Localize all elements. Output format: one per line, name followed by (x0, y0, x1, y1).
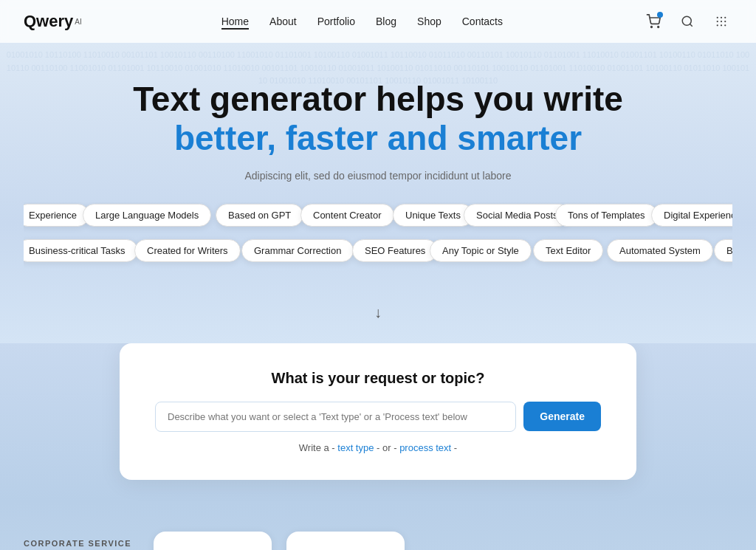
svg-point-6 (724, 17, 726, 18)
tag-tons-of-templates[interactable]: Tons of Templates (555, 204, 658, 227)
svg-point-9 (724, 21, 726, 22)
scroll-arrow[interactable]: ↓ (24, 291, 732, 329)
svg-point-8 (721, 21, 722, 22)
tag-social-media[interactable]: Social Media Posts (464, 204, 571, 227)
request-input[interactable] (155, 402, 516, 432)
tag-created-writers[interactable]: Created for Writers (134, 239, 241, 262)
cart-badge (657, 12, 663, 18)
tag-experience[interactable]: Experience (24, 204, 89, 227)
input-row: Generate (155, 402, 601, 432)
tag-content-creator[interactable]: Content Creator (300, 204, 394, 227)
request-hint: Write a - text type - or - process text … (155, 442, 601, 453)
tag-digital-experience[interactable]: Digital Experience (651, 204, 732, 227)
nav-link-blog[interactable]: Blog (376, 16, 396, 27)
hero-subtext: Adipiscing elit, sed do eiusmod tempor i… (24, 170, 732, 182)
svg-point-10 (717, 24, 718, 26)
text-type-link[interactable]: text type (337, 442, 374, 453)
svg-point-0 (651, 27, 653, 28)
navbar: QweryAI Home About Portfolio Blog Shop C… (0, 0, 756, 43)
generate-button[interactable]: Generate (523, 402, 601, 431)
svg-point-2 (682, 16, 691, 25)
tags-container: Experience Large Language Models Based o… (24, 202, 732, 291)
nav-icons (642, 10, 732, 32)
tag-business-critical[interactable]: Business-critical Tasks (24, 239, 138, 262)
svg-point-7 (717, 21, 718, 22)
nav-link-shop[interactable]: Shop (417, 16, 441, 27)
nav-link-about[interactable]: About (269, 16, 297, 27)
service-card-1[interactable] (154, 532, 272, 550)
process-text-link[interactable]: process text (399, 442, 451, 453)
nav-link-portfolio[interactable]: Portfolio (317, 16, 355, 27)
request-card: What is your request or topic? Generate … (120, 343, 636, 480)
hero-headline: Text generator helps you write better, f… (24, 80, 732, 158)
hero-section: 01001010 10110100 11010010 00101101 1001… (0, 43, 756, 343)
svg-point-5 (721, 17, 722, 18)
tag-automated[interactable]: Automated System (607, 239, 713, 262)
search-button[interactable] (676, 10, 698, 32)
cart-button[interactable] (642, 10, 664, 32)
bottom-section: CORPORATE SERVICE (0, 502, 756, 550)
svg-point-4 (717, 17, 718, 18)
tag-seo[interactable]: SEO Features (352, 239, 438, 262)
tag-any-topic[interactable]: Any Topic or Style (430, 239, 532, 262)
tag-text-editor[interactable]: Text Editor (533, 239, 603, 262)
request-title: What is your request or topic? (155, 370, 601, 387)
service-cards: Modern (154, 532, 405, 550)
nav-links: Home About Portfolio Blog Shop Contacts (221, 15, 503, 28)
tag-biz-tasks2[interactable]: Business-critical Tasks (714, 239, 732, 262)
logo[interactable]: QweryAI (24, 12, 82, 31)
tag-based-on-gpt[interactable]: Based on GPT (216, 204, 303, 227)
nav-link-home[interactable]: Home (221, 16, 249, 27)
corporate-label: CORPORATE SERVICE (24, 539, 131, 548)
service-card-2[interactable]: Modern (286, 532, 405, 550)
menu-grid-button[interactable] (710, 10, 732, 32)
svg-line-3 (690, 24, 692, 26)
svg-point-1 (658, 27, 659, 28)
request-section: What is your request or topic? Generate … (0, 343, 756, 502)
tag-unique-texts[interactable]: Unique Texts (393, 204, 473, 227)
nav-link-contacts[interactable]: Contacts (462, 16, 503, 27)
svg-point-12 (724, 24, 726, 26)
svg-point-11 (721, 24, 722, 26)
tag-large-language[interactable]: Large Language Models (83, 204, 211, 227)
tag-grammar[interactable]: Grammar Correction (241, 239, 354, 262)
